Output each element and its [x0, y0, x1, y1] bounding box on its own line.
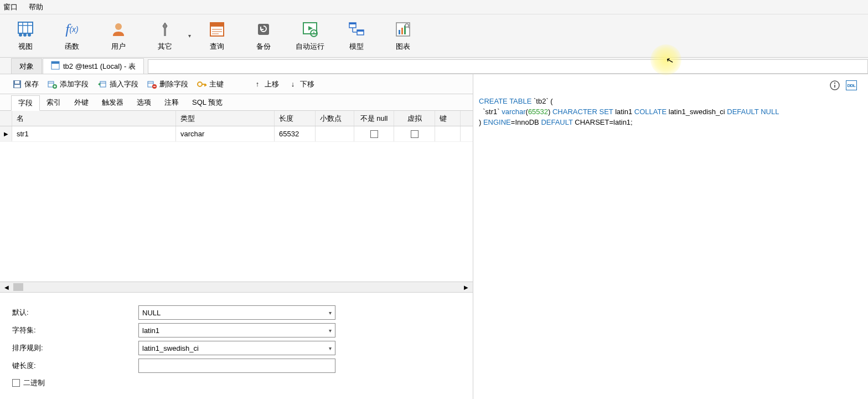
cell-virtual[interactable]: [394, 126, 435, 141]
function-icon: f(x): [63, 21, 81, 38]
col-type[interactable]: 类型: [176, 111, 275, 126]
table-icon: [51, 61, 60, 71]
delete-field-button[interactable]: 删除字段: [147, 79, 188, 89]
toolbar-autorun[interactable]: 自动运行: [287, 15, 333, 57]
info-icon[interactable]: [829, 80, 840, 91]
primary-key-label: 主键: [209, 79, 224, 89]
subtab-option[interactable]: 选项: [130, 95, 158, 110]
chevron-down-icon[interactable]: ▾: [188, 33, 194, 39]
default-value: NULL: [142, 309, 161, 317]
col-virtual[interactable]: 虚拟: [394, 111, 435, 126]
charset-combo[interactable]: latin1 ▾: [138, 323, 335, 337]
move-down-button[interactable]: ↓ 下移: [288, 79, 314, 89]
cell-key[interactable]: [435, 126, 461, 141]
subtab-sql-preview[interactable]: SQL 预览: [185, 95, 229, 110]
keylen-input[interactable]: [138, 359, 335, 373]
field-properties: 默认: NULL ▾ 字符集: latin1 ▾ 排序规则: latin1_sw…: [0, 293, 473, 399]
move-up-label: 上移: [265, 79, 279, 89]
col-decimal[interactable]: 小数点: [316, 111, 354, 126]
svg-point-6: [28, 33, 31, 37]
menu-help[interactable]: 帮助: [29, 2, 43, 12]
insert-field-icon: [97, 79, 107, 89]
query-icon: [208, 21, 226, 38]
toolbar-chart[interactable]: 图表: [380, 15, 426, 57]
scroll-left-icon[interactable]: ◀: [2, 284, 11, 290]
svg-point-7: [115, 23, 122, 30]
horizontal-scrollbar[interactable]: ◀ ▶: [0, 282, 473, 293]
toolbar-query[interactable]: 查询: [194, 15, 240, 57]
col-key[interactable]: 键: [435, 111, 461, 126]
tab-current[interactable]: tb2 @test1 (Local) - 表: [43, 58, 144, 74]
toolbar-other[interactable]: 其它: [142, 15, 188, 57]
default-combo[interactable]: NULL ▾: [138, 305, 335, 320]
subtab-comment[interactable]: 注释: [158, 95, 185, 110]
col-notnull[interactable]: 不是 null: [354, 111, 394, 126]
ddl-icon[interactable]: DDL: [846, 80, 857, 91]
toolbar-backup[interactable]: 备份: [240, 15, 287, 57]
insert-field-label: 插入字段: [110, 79, 138, 89]
delete-field-icon: [147, 79, 157, 89]
menu-window[interactable]: 窗口: [3, 2, 18, 12]
add-field-button[interactable]: 添加字段: [48, 79, 89, 89]
toolbar-model-label: 模型: [349, 42, 364, 52]
cell-length[interactable]: 65532: [275, 126, 316, 141]
subtab-foreign-key[interactable]: 外键: [68, 95, 95, 110]
charset-value: latin1: [142, 326, 159, 335]
cell-name[interactable]: str1: [12, 126, 176, 141]
checkbox-notnull[interactable]: [370, 130, 378, 138]
cell-decimal[interactable]: [316, 126, 354, 141]
sql-text: CREATE TABLE `tb2` ( `str1` varchar(6553…: [473, 74, 868, 134]
table-row[interactable]: ▶ str1 varchar 65532: [0, 126, 473, 142]
subtab-trigger[interactable]: 触发器: [95, 95, 130, 110]
toolbar-model[interactable]: 模型: [333, 15, 380, 57]
col-name[interactable]: 名: [12, 111, 176, 126]
toolbar-function[interactable]: f(x) 函数: [49, 15, 95, 57]
chevron-down-icon: ▾: [329, 328, 332, 334]
move-up-button[interactable]: ↑ 上移: [252, 79, 279, 89]
tools-icon: [156, 21, 174, 38]
chart-icon: [394, 21, 412, 38]
svg-rect-21: [349, 23, 356, 24]
svg-rect-27: [399, 30, 400, 34]
svg-rect-0: [18, 22, 33, 33]
primary-key-button[interactable]: 主键: [197, 79, 224, 89]
tab-search-input[interactable]: [148, 59, 868, 74]
main-toolbar: 视图 f(x) 函数 用户 其它 ▾ 查询 备份 自动运行 模型 图表: [0, 14, 868, 58]
toolbar-function-label: 函数: [65, 42, 79, 52]
svg-point-48: [198, 82, 202, 86]
scroll-thumb[interactable]: [13, 283, 23, 291]
checkbox-binary[interactable]: [12, 379, 20, 387]
checkbox-virtual[interactable]: [411, 130, 418, 138]
toolbar-user-label: 用户: [111, 42, 126, 52]
toolbar-chart-label: 图表: [396, 42, 410, 52]
svg-point-5: [23, 33, 27, 37]
cell-notnull[interactable]: [354, 126, 394, 141]
move-down-label: 下移: [300, 79, 314, 89]
save-button[interactable]: 保存: [12, 79, 39, 89]
action-toolbar: 保存 添加字段 插入字段 删除字段 主键 ↑ 上移: [0, 74, 473, 94]
toolbar-query-label: 查询: [210, 42, 224, 52]
backup-icon: [255, 21, 272, 38]
collation-value: latin1_swedish_ci: [142, 344, 199, 352]
svg-rect-36: [14, 85, 20, 88]
svg-rect-10: [210, 23, 224, 27]
scroll-right-icon[interactable]: ▶: [462, 284, 471, 290]
cell-type[interactable]: varchar: [176, 126, 275, 141]
tab-current-label: tb2 @test1 (Local) - 表: [63, 62, 136, 71]
binary-label: 二进制: [23, 378, 45, 388]
col-length[interactable]: 长度: [275, 111, 316, 126]
insert-field-button[interactable]: 插入字段: [97, 79, 138, 89]
toolbar-view[interactable]: 视图: [2, 15, 49, 57]
collation-combo[interactable]: latin1_swedish_ci ▾: [138, 341, 335, 355]
toolbar-backup-label: 备份: [256, 42, 271, 52]
save-label: 保存: [24, 79, 39, 89]
subtab-index[interactable]: 索引: [40, 95, 68, 110]
svg-rect-42: [100, 81, 106, 87]
grid-header: 名 类型 长度 小数点 不是 null 虚拟 键: [0, 111, 473, 126]
svg-rect-35: [15, 81, 19, 84]
toolbar-other-label: 其它: [158, 42, 172, 52]
toolbar-autorun-label: 自动运行: [296, 42, 324, 52]
tab-objects[interactable]: 对象: [11, 58, 42, 74]
subtab-field[interactable]: 字段: [11, 95, 40, 111]
toolbar-user[interactable]: 用户: [95, 15, 142, 57]
